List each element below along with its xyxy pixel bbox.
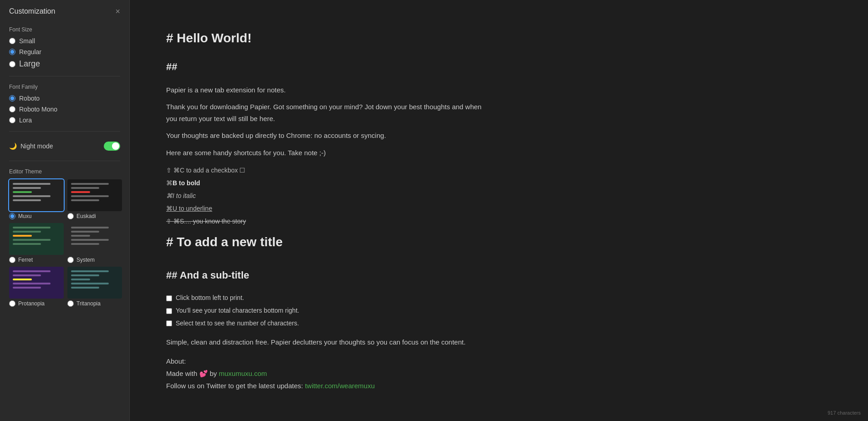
para3: Your thoughts are backed up directly to … [166,130,485,142]
theme-preview-protanopia[interactable] [9,267,64,299]
theme-tritanopia-label: Tritanopia [76,300,101,307]
theme-line [71,183,109,185]
font-family-section: Font Family Roboto Roboto Mono Lora [9,84,120,124]
theme-euskadi-radio[interactable] [67,213,74,219]
font-roboto-mono-radio[interactable] [9,106,15,112]
theme-line [13,231,41,233]
font-size-large-label: Large [19,59,40,69]
shortcuts-block: ⇧ ⌘C to add a checkbox ☐ ⌘B to bold ⌘I t… [166,164,485,228]
theme-line [13,274,41,276]
divider-2 [9,131,120,132]
font-size-large-radio[interactable] [9,61,15,67]
made-with-text: Made with 💕 by [166,370,217,377]
theme-system-label: System [76,257,95,263]
close-button[interactable]: × [115,7,120,15]
theme-line-accent [13,279,32,280]
heading1: # Hello World! [166,31,252,45]
theme-line [71,195,109,197]
theme-line [13,227,51,228]
follow-text: Follow us on Twitter to get the latest u… [166,382,303,390]
font-size-regular-label: Regular [19,48,41,56]
about-block: About: Made with 💕 by muxumuxu.com Follo… [166,355,485,392]
title2-block: # To add a new title [166,231,485,253]
check-label-3: Select text to see the number of charact… [176,318,299,329]
theme-line-accent [71,235,90,237]
char-count: 917 characters [827,410,861,416]
theme-line [71,199,99,201]
theme-radio-row-system[interactable]: System [67,257,122,263]
theme-line [71,274,99,276]
twitter-link[interactable]: twitter.com/wearemuxu [305,382,375,390]
theme-preview-euskadi[interactable] [67,179,122,211]
font-roboto-mono[interactable]: Roboto Mono [9,106,120,113]
theme-radio-row-euskadi[interactable]: Euskadi [67,213,122,219]
subtitle-block: ## And a sub-title [166,267,485,284]
muxumuxu-link[interactable]: muxumuxu.com [219,370,267,377]
theme-ferret-label: Ferret [18,257,33,263]
twitter-row: Follow us on Twitter to get the latest u… [166,380,485,392]
shortcut-underline: ⌘U to underline [166,202,485,215]
theme-preview-tritanopia[interactable] [67,267,122,299]
font-lora[interactable]: Lora [9,117,120,124]
theme-line [71,227,109,228]
theme-radio-row-ferret[interactable]: Ferret [9,257,64,263]
night-mode-label: Night mode [20,142,53,150]
theme-line [13,187,41,189]
theme-line-accent [71,191,90,193]
font-roboto-label: Roboto [19,95,40,102]
theme-line-accent [71,279,90,280]
theme-euskadi-label: Euskadi [76,213,96,219]
title2: # To add a new title [166,235,283,249]
para2: Thank you for downloading Papier. Got so… [166,101,485,124]
night-mode-row: 🌙 Night mode [9,139,120,153]
check-label-1: Click bottom left to print. [176,293,244,304]
font-size-small-radio[interactable] [9,38,15,44]
heading2-placeholder: ## [166,61,177,72]
theme-line [13,270,51,272]
content-area[interactable]: # Hello World! ## Papier is a new tab ex… [166,27,485,392]
sidebar-title: Customization [9,7,55,15]
font-family-label: Font Family [9,84,120,90]
theme-line [71,187,99,189]
theme-preview-system[interactable] [67,223,122,255]
toggle-slider [104,142,120,151]
theme-muxu-radio[interactable] [9,213,15,219]
font-roboto-radio[interactable] [9,95,15,101]
font-size-label: Font Size [9,26,120,33]
theme-radio-row-tritanopia[interactable]: Tritanopia [67,300,122,307]
night-mode-toggle[interactable] [104,142,120,151]
theme-line [71,243,99,245]
check-label-2: You'll see your total characters bottom … [176,305,299,316]
checkbox-1[interactable] [166,295,172,301]
theme-tritanopia-radio[interactable] [67,300,74,307]
divider-1 [9,76,120,76]
para4: Here are some handy shortcuts for you. T… [166,147,485,159]
font-size-regular[interactable]: Regular [9,48,120,56]
theme-item-protanopia: Protanopia [9,267,64,307]
para1: Papier is a new tab extension for notes. [166,84,485,96]
font-roboto[interactable]: Roboto [9,95,120,102]
font-size-section: Font Size Small Regular Large [9,26,120,69]
theme-line [71,283,109,284]
font-size-large[interactable]: Large [9,59,120,69]
font-family-radio-group: Roboto Roboto Mono Lora [9,95,120,124]
theme-line [13,239,51,241]
theme-protanopia-radio[interactable] [9,300,15,307]
para5: Simple, clean and distraction free. Papi… [166,336,485,348]
font-size-small[interactable]: Small [9,37,120,45]
font-size-radio-group: Small Regular Large [9,37,120,69]
theme-radio-row-muxu[interactable]: Muxu [9,213,64,219]
made-with-row: Made with 💕 by muxumuxu.com [166,367,485,380]
font-lora-radio[interactable] [9,117,15,123]
checkbox-3[interactable] [166,320,172,326]
theme-preview-ferret[interactable] [9,223,64,255]
font-size-regular-radio[interactable] [9,49,15,55]
night-mode-left: 🌙 Night mode [9,142,53,150]
theme-item-muxu: Muxu [9,179,64,219]
theme-preview-muxu[interactable] [9,179,64,211]
theme-system-radio[interactable] [67,257,74,263]
theme-radio-row-protanopia[interactable]: Protanopia [9,300,64,307]
theme-ferret-radio[interactable] [9,257,15,263]
checkbox-2[interactable] [166,308,172,314]
heading2-block: ## [166,58,485,75]
